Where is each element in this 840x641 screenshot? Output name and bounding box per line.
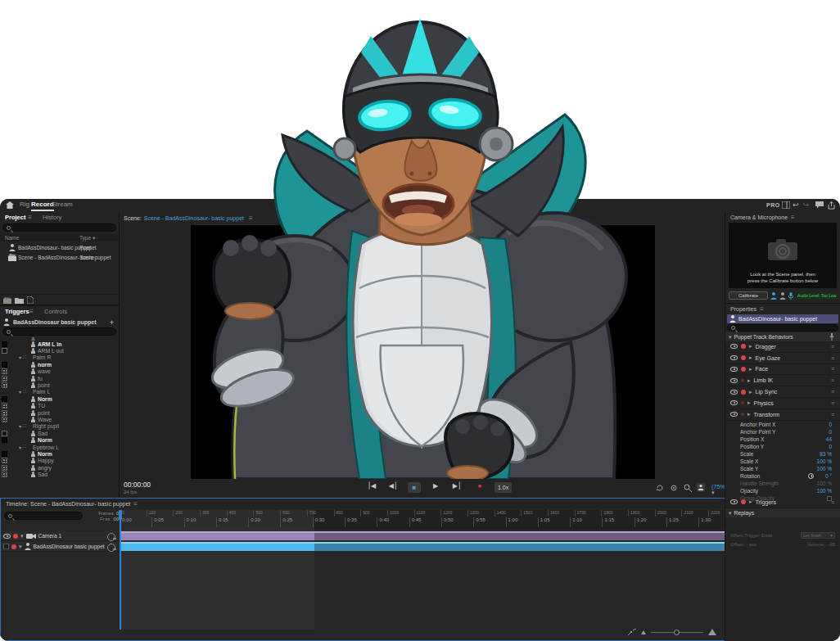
record-arm-dot[interactable] bbox=[741, 390, 746, 395]
loop-icon[interactable] bbox=[656, 484, 664, 492]
trigger-label[interactable]: norm bbox=[38, 362, 52, 368]
trigger-swatch[interactable] bbox=[2, 417, 7, 422]
trigger-label[interactable]: Norm bbox=[38, 437, 52, 443]
record-arm-dot[interactable] bbox=[741, 499, 746, 504]
chevron-down-icon[interactable]: ▾ bbox=[19, 445, 21, 450]
track-name[interactable]: BadAssDinosaur basic puppet bbox=[34, 544, 105, 549]
trigger-label[interactable]: Right pupil bbox=[33, 423, 59, 429]
camera-panel-menu-icon[interactable]: ≡ bbox=[791, 214, 795, 221]
trigger-row[interactable]: ▾ Norm bbox=[0, 395, 119, 402]
record-arm-dot[interactable] bbox=[11, 544, 16, 549]
trigger-swatch[interactable] bbox=[2, 368, 7, 374]
chevron-down-icon[interactable]: ▾ bbox=[19, 423, 21, 429]
trigger-row[interactable]: ▾ angry bbox=[0, 464, 119, 471]
puppet-track-bar[interactable] bbox=[120, 542, 725, 551]
eye-icon[interactable] bbox=[730, 499, 738, 504]
record-button[interactable]: ● bbox=[473, 482, 486, 490]
trigger-row[interactable]: ▾ Eyebrow L bbox=[0, 444, 119, 450]
track-checkbox[interactable] bbox=[3, 544, 9, 549]
scene-panel-menu-icon[interactable]: ≡ bbox=[249, 214, 253, 222]
property-value[interactable]: 0 bbox=[829, 429, 832, 435]
share-icon[interactable] bbox=[828, 201, 835, 210]
trigger-row[interactable]: ▾ TU bbox=[0, 403, 119, 409]
timeline-search-input[interactable] bbox=[4, 512, 83, 520]
new-item-icon[interactable] bbox=[27, 296, 34, 304]
microphone-icon[interactable] bbox=[788, 292, 793, 300]
transform-property-row[interactable]: Rotation 0 ° bbox=[725, 472, 840, 480]
trigger-swatch[interactable] bbox=[2, 403, 7, 409]
behavior-menu-icon[interactable]: ≡ bbox=[831, 355, 834, 361]
record-arm-dot[interactable] bbox=[741, 355, 746, 360]
property-value[interactable]: 100 % bbox=[817, 488, 832, 494]
record-arm-dot[interactable] bbox=[741, 344, 746, 349]
transform-property-row[interactable]: Position Y 0 bbox=[725, 443, 840, 450]
chevron-down-icon[interactable]: ▾ bbox=[19, 354, 21, 360]
trigger-row[interactable]: ▾ Palm L bbox=[0, 389, 119, 395]
timeline-panel[interactable]: Timeline: Scene - BadAssDinosaur- basic … bbox=[0, 498, 725, 641]
trigger-swatch[interactable] bbox=[2, 396, 7, 402]
snapshot-icon[interactable] bbox=[697, 483, 705, 492]
timecode[interactable]: 00:00:00 bbox=[124, 481, 151, 489]
tab-history[interactable]: History bbox=[43, 214, 61, 221]
project-search-input[interactable] bbox=[2, 223, 116, 232]
calibrate-button[interactable]: Calibrate bbox=[729, 291, 768, 300]
chevron-icon[interactable]: ▸ bbox=[749, 343, 752, 350]
stop-button[interactable]: ■ bbox=[408, 482, 421, 493]
property-value[interactable]: 44 bbox=[826, 436, 832, 442]
trigger-row[interactable]: ▾ Palm R bbox=[0, 354, 119, 361]
pin-icon[interactable] bbox=[829, 333, 835, 341]
transform-property-row[interactable]: Anchor Point X 0 bbox=[725, 421, 840, 428]
clock-icon[interactable] bbox=[808, 473, 814, 479]
timeline-track-camera[interactable]: ▾ Camera 1 bbox=[1, 531, 120, 541]
trigger-row[interactable]: ▾ Wave bbox=[0, 416, 119, 422]
transform-property-row[interactable]: Handle Strength 100 % bbox=[725, 480, 840, 487]
behaviors-section-header[interactable]: ▾Puppet Track Behaviors bbox=[725, 332, 840, 341]
triggers-search-input[interactable] bbox=[2, 327, 116, 336]
behavior-menu-icon[interactable]: ≡ bbox=[831, 377, 834, 383]
transform-property-row[interactable]: Scale Y 100 % bbox=[725, 465, 840, 472]
behavior-row[interactable]: ▸ Limb IK ≡ bbox=[725, 375, 840, 386]
trigger-label[interactable]: Eyebrow L bbox=[33, 445, 59, 450]
record-arm-dot[interactable] bbox=[741, 413, 744, 416]
trigger-label[interactable]: point bbox=[38, 382, 50, 388]
trigger-row[interactable]: ▾ point bbox=[0, 409, 119, 416]
trigger-row[interactable]: ▾ Sad bbox=[0, 471, 119, 477]
previous-frame-button[interactable]: ◀⎮ bbox=[386, 482, 400, 490]
project-row-scene[interactable]: Scene - BadAssDinosaur- basic puppet Sce… bbox=[0, 253, 119, 262]
trigger-swatch[interactable] bbox=[2, 341, 7, 347]
undo-icon[interactable]: ↩ bbox=[793, 201, 799, 209]
trigger-swatch[interactable] bbox=[2, 376, 7, 381]
trigger-row[interactable]: ▾ Norm bbox=[0, 450, 119, 457]
trigger-label[interactable]: Happy bbox=[38, 458, 54, 463]
trigger-swatch[interactable] bbox=[2, 348, 7, 354]
comment-icon[interactable] bbox=[815, 201, 824, 209]
property-value[interactable]: 0 bbox=[829, 422, 832, 427]
project-panel-menu-icon[interactable]: ≡ bbox=[28, 214, 32, 221]
camera-track-bar[interactable] bbox=[120, 531, 725, 540]
tab-controls[interactable]: Controls bbox=[44, 308, 67, 315]
trigger-swatch[interactable] bbox=[2, 451, 7, 457]
tab-record[interactable]: Record bbox=[31, 201, 54, 211]
transform-property-row[interactable]: Scale 83 % bbox=[725, 450, 840, 458]
chevron-icon[interactable]: ▸ bbox=[749, 499, 752, 505]
timeline-track-puppet[interactable]: ▾ BadAssDinosaur basic puppet bbox=[1, 542, 120, 552]
record-arm-dot[interactable] bbox=[741, 401, 744, 404]
trigger-label[interactable]: fu bbox=[38, 376, 43, 381]
transform-property-row[interactable]: Opacity 100 % bbox=[725, 487, 840, 494]
behavior-menu-icon[interactable]: ≡ bbox=[831, 400, 834, 406]
behavior-menu-icon[interactable]: ≡ bbox=[831, 344, 834, 350]
eye-icon[interactable] bbox=[730, 378, 738, 383]
trigger-label[interactable]: point bbox=[38, 410, 50, 416]
triggers-panel-menu-icon[interactable]: ≡ bbox=[29, 308, 34, 315]
trigger-label[interactable]: angry bbox=[38, 465, 52, 471]
eye-icon[interactable] bbox=[730, 390, 738, 395]
trigger-swatch[interactable] bbox=[2, 465, 7, 471]
play-button[interactable]: ▶ bbox=[429, 482, 442, 490]
body-track-icon[interactable] bbox=[779, 292, 786, 300]
behavior-menu-icon[interactable]: ≡ bbox=[831, 412, 834, 418]
record-arm-dot[interactable] bbox=[741, 367, 746, 372]
folder-icon[interactable] bbox=[15, 297, 24, 304]
timeline-zoom-slider[interactable] bbox=[651, 632, 703, 633]
zoom-in-icon[interactable] bbox=[708, 629, 716, 635]
chevron-down-icon[interactable]: ▾ bbox=[19, 389, 21, 395]
